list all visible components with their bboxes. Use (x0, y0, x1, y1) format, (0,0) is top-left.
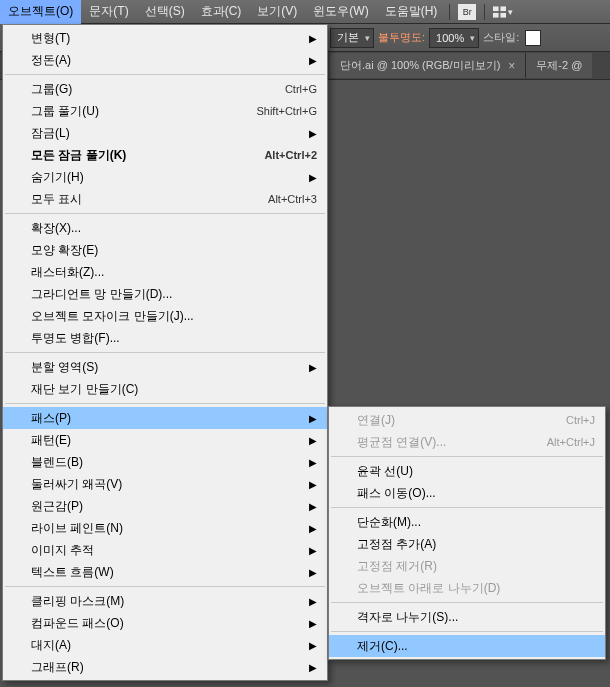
object-menu-item[interactable]: 잠금(L)▶ (3, 122, 327, 144)
submenu-arrow-icon: ▶ (309, 596, 317, 607)
object-menu-item[interactable]: 변형(T)▶ (3, 27, 327, 49)
object-menu-item[interactable]: 이미지 추적▶ (3, 539, 327, 561)
menu-item-label: 단순화(M)... (357, 514, 595, 531)
menu-item-label: 텍스트 흐름(W) (31, 564, 299, 581)
menu-item-label: 그룹(G) (31, 81, 265, 98)
path-submenu-item[interactable]: 제거(C)... (329, 635, 605, 657)
object-menu-item[interactable]: 그래프(R)▶ (3, 656, 327, 678)
object-menu-item[interactable]: 확장(X)... (3, 217, 327, 239)
opacity-select[interactable]: 100% (429, 28, 479, 48)
menu-separator (5, 403, 325, 404)
menu-item-label: 라이브 페인트(N) (31, 520, 299, 537)
menu-item-label: 오브젝트 아래로 나누기(D) (357, 580, 595, 597)
menu-item-label: 패턴(E) (31, 432, 299, 449)
menu-item-label: 블렌드(B) (31, 454, 299, 471)
object-menu-item[interactable]: 둘러싸기 왜곡(V)▶ (3, 473, 327, 495)
menubar: 오브젝트(O) 문자(T) 선택(S) 효과(C) 보기(V) 윈도우(W) 도… (0, 0, 610, 24)
object-menu-item[interactable]: 원근감(P)▶ (3, 495, 327, 517)
tab-title: 단어.ai @ 100% (RGB/미리보기) (340, 58, 500, 73)
menubar-item-effect[interactable]: 효과(C) (193, 0, 250, 24)
submenu-arrow-icon: ▶ (309, 128, 317, 139)
path-submenu-item[interactable]: 고정점 추가(A) (329, 533, 605, 555)
menu-item-shortcut: Alt+Ctrl+3 (268, 193, 317, 205)
object-menu-item[interactable]: 모두 표시Alt+Ctrl+3 (3, 188, 327, 210)
bridge-icon[interactable]: Br (458, 4, 476, 20)
menu-item-label: 연결(J) (357, 412, 546, 429)
menubar-item-view[interactable]: 보기(V) (249, 0, 305, 24)
menu-item-label: 재단 보기 만들기(C) (31, 381, 317, 398)
menu-item-label: 격자로 나누기(S)... (357, 609, 595, 626)
object-menu-item[interactable]: 라이브 페인트(N)▶ (3, 517, 327, 539)
style-swatch[interactable] (525, 30, 541, 46)
submenu-arrow-icon: ▶ (309, 479, 317, 490)
object-menu-item[interactable]: 컴파운드 패스(O)▶ (3, 612, 327, 634)
menu-item-label: 투명도 병합(F)... (31, 330, 317, 347)
object-menu-item[interactable]: 분할 영역(S)▶ (3, 356, 327, 378)
path-submenu-item[interactable]: 격자로 나누기(S)... (329, 606, 605, 628)
menubar-item-window[interactable]: 윈도우(W) (305, 0, 376, 24)
submenu-arrow-icon: ▶ (309, 457, 317, 468)
object-menu-item[interactable]: 모양 확장(E) (3, 239, 327, 261)
path-submenu-dropdown: 연결(J)Ctrl+J평균점 연결(V)...Alt+Ctrl+J윤곽 선(U)… (328, 406, 606, 660)
menu-item-shortcut: Alt+Ctrl+2 (264, 149, 317, 161)
svg-rect-0 (493, 6, 499, 11)
path-submenu-item: 평균점 연결(V)...Alt+Ctrl+J (329, 431, 605, 453)
menu-item-label: 확장(X)... (31, 220, 317, 237)
object-menu-item[interactable]: 오브젝트 모자이크 만들기(J)... (3, 305, 327, 327)
menu-item-label: 정돈(A) (31, 52, 299, 69)
menubar-item-type[interactable]: 문자(T) (81, 0, 136, 24)
menu-item-label: 고정점 제거(R) (357, 558, 595, 575)
object-menu-item[interactable]: 패턴(E)▶ (3, 429, 327, 451)
menu-item-label: 그라디언트 망 만들기(D)... (31, 286, 317, 303)
object-menu-item[interactable]: 블렌드(B)▶ (3, 451, 327, 473)
object-menu-item[interactable]: 투명도 병합(F)... (3, 327, 327, 349)
menu-item-shortcut: Ctrl+J (566, 414, 595, 426)
close-icon[interactable]: × (508, 59, 515, 73)
menu-separator (331, 507, 603, 508)
submenu-arrow-icon: ▶ (309, 567, 317, 578)
menubar-item-select[interactable]: 선택(S) (137, 0, 193, 24)
document-tab[interactable]: 단어.ai @ 100% (RGB/미리보기) × (330, 53, 526, 78)
menu-item-shortcut: Shift+Ctrl+G (256, 105, 317, 117)
menu-item-label: 모양 확장(E) (31, 242, 317, 259)
menu-item-label: 숨기기(H) (31, 169, 299, 186)
menubar-item-help[interactable]: 도움말(H) (377, 0, 446, 24)
menu-item-label: 이미지 추적 (31, 542, 299, 559)
submenu-arrow-icon: ▶ (309, 435, 317, 446)
menu-item-label: 그룹 풀기(U) (31, 103, 236, 120)
menu-item-label: 모두 표시 (31, 191, 248, 208)
brush-preset-select[interactable]: 기본 (330, 28, 374, 48)
menubar-item-object[interactable]: 오브젝트(O) (0, 0, 81, 24)
path-submenu-item: 고정점 제거(R) (329, 555, 605, 577)
object-menu-item[interactable]: 그룹 풀기(U)Shift+Ctrl+G (3, 100, 327, 122)
document-tab[interactable]: 무제-2 @ (526, 53, 592, 78)
menu-separator (5, 213, 325, 214)
object-menu-item[interactable]: 모든 잠금 풀기(K)Alt+Ctrl+2 (3, 144, 327, 166)
menu-item-label: 래스터화(Z)... (31, 264, 317, 281)
menu-separator (331, 456, 603, 457)
path-submenu-item[interactable]: 패스 이동(O)... (329, 482, 605, 504)
object-menu-item[interactable]: 그룹(G)Ctrl+G (3, 78, 327, 100)
object-menu-item[interactable]: 재단 보기 만들기(C) (3, 378, 327, 400)
submenu-arrow-icon: ▶ (309, 662, 317, 673)
menu-item-shortcut: Alt+Ctrl+J (547, 436, 595, 448)
path-submenu-item[interactable]: 윤곽 선(U) (329, 460, 605, 482)
path-submenu-item[interactable]: 단순화(M)... (329, 511, 605, 533)
opacity-label: 불투명도: (378, 30, 425, 45)
object-menu-item[interactable]: 패스(P)▶ (3, 407, 327, 429)
menu-item-label: 그래프(R) (31, 659, 299, 676)
menu-separator (5, 74, 325, 75)
arrange-docs-icon[interactable]: ▾ (493, 4, 513, 20)
object-menu-dropdown: 변형(T)▶정돈(A)▶그룹(G)Ctrl+G그룹 풀기(U)Shift+Ctr… (2, 24, 328, 681)
object-menu-item[interactable]: 대지(A)▶ (3, 634, 327, 656)
menu-separator (331, 602, 603, 603)
object-menu-item[interactable]: 텍스트 흐름(W)▶ (3, 561, 327, 583)
submenu-arrow-icon: ▶ (309, 413, 317, 424)
object-menu-item[interactable]: 래스터화(Z)... (3, 261, 327, 283)
object-menu-item[interactable]: 숨기기(H)▶ (3, 166, 327, 188)
object-menu-item[interactable]: 정돈(A)▶ (3, 49, 327, 71)
object-menu-item[interactable]: 클리핑 마스크(M)▶ (3, 590, 327, 612)
object-menu-item[interactable]: 그라디언트 망 만들기(D)... (3, 283, 327, 305)
menu-item-label: 클리핑 마스크(M) (31, 593, 299, 610)
menu-item-label: 평균점 연결(V)... (357, 434, 527, 451)
